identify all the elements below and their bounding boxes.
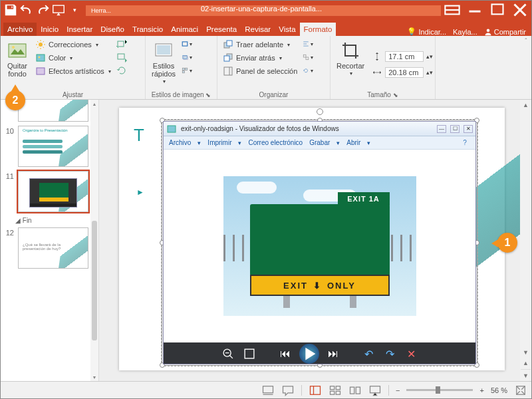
- save-icon[interactable]: [3, 3, 18, 17]
- height-icon: [372, 51, 382, 62]
- svg-rect-26: [306, 57, 309, 60]
- normal-view-icon[interactable]: [309, 384, 322, 396]
- slide-thumbnail[interactable]: ¿Qué se llevará de la presentación de ho…: [18, 227, 88, 269]
- change-picture-icon[interactable]: [116, 52, 127, 63]
- width-field[interactable]: 20.18 cm▴▾: [370, 66, 434, 78]
- road-sign: [250, 204, 390, 276]
- send-backward-button[interactable]: Enviar atrás▾: [221, 52, 299, 64]
- slide-thumbnail[interactable]: Organiza tu Presentación: [18, 126, 88, 167]
- titlebar: ▾ 02-insertar-una-captura-de-pantalla...…: [1, 1, 531, 19]
- reading-view-icon[interactable]: [348, 384, 362, 396]
- tab-slideshow[interactable]: Presenta: [202, 23, 241, 36]
- picture-layout-icon[interactable]: ▾: [182, 65, 192, 76]
- zoom-out-button[interactable]: −: [396, 386, 400, 394]
- fit-window-icon[interactable]: [514, 384, 527, 396]
- inserted-screenshot[interactable]: exit-only-roadsign - Visualizador de fot…: [163, 121, 476, 364]
- start-slideshow-icon[interactable]: [51, 3, 66, 17]
- artistic-effects-button[interactable]: Efectos artísticos▾: [34, 65, 112, 77]
- corrections-button[interactable]: Correcciones▾: [34, 39, 112, 51]
- tab-design[interactable]: Diseño: [96, 23, 128, 36]
- minimize-icon[interactable]: [464, 1, 486, 19]
- quick-styles-button[interactable]: Estilos rápidos▾: [150, 39, 178, 90]
- prev-icon: ⏮: [278, 346, 293, 361]
- ribbon: Quitar fondo Correcciones▾ Color▾ Efecto…: [1, 36, 531, 100]
- svg-rect-25: [304, 55, 307, 57]
- photoviewer-titlebar: exit-only-roadsign - Visualizador de fot…: [164, 122, 475, 136]
- comments-button[interactable]: [281, 384, 295, 396]
- svg-rect-11: [118, 54, 124, 59]
- compress-icon[interactable]: [116, 39, 127, 49]
- quick-styles-icon: [153, 40, 174, 61]
- thumbnails-scrollbar[interactable]: ▲▼: [90, 100, 98, 381]
- height-field[interactable]: 17.1 cm▴▾: [370, 51, 434, 63]
- svg-rect-10: [118, 41, 124, 47]
- picture-border-icon[interactable]: ▾: [182, 39, 192, 49]
- svg-point-8: [39, 57, 41, 59]
- pv-maximize-icon: ☐: [450, 125, 460, 133]
- svg-rect-35: [336, 391, 340, 394]
- vertical-scrollbar[interactable]: ▲▼▲▼: [520, 100, 531, 381]
- svg-rect-30: [263, 386, 273, 392]
- svg-rect-7: [37, 55, 45, 61]
- align-icon[interactable]: ▾: [303, 39, 313, 49]
- bring-forward-button[interactable]: Traer adelante▾: [221, 39, 299, 51]
- pv-minimize-icon: —: [437, 125, 446, 133]
- share-button[interactable]: Compartir: [484, 28, 526, 36]
- tab-animations[interactable]: Animaci: [167, 23, 202, 36]
- sorter-view-icon[interactable]: [329, 384, 342, 396]
- svg-rect-9: [37, 68, 45, 74]
- svg-rect-23: [224, 56, 229, 61]
- help-icon: ?: [460, 138, 470, 148]
- group-icon[interactable]: ▾: [303, 52, 313, 63]
- crop-icon: [340, 40, 361, 61]
- svg-rect-24: [224, 67, 232, 75]
- slide-thumbnail-selected[interactable]: [18, 171, 88, 212]
- svg-rect-17: [182, 68, 184, 70]
- pv-close-icon: ✕: [464, 125, 473, 133]
- collapse-ribbon-icon[interactable]: ˆ: [521, 36, 531, 99]
- tab-view[interactable]: Vista: [275, 23, 299, 36]
- section-header[interactable]: ◢ Fin: [1, 214, 98, 225]
- svg-rect-18: [186, 68, 188, 70]
- slide-title: T: [134, 125, 144, 146]
- rotate-handle[interactable]: [317, 108, 323, 115]
- next-icon: ⏭: [326, 346, 340, 361]
- slide-canvas[interactable]: T ► exit-only-roadsign - Visualizador de…: [99, 100, 531, 381]
- zoom-slider[interactable]: [406, 389, 473, 391]
- selection-pane-button[interactable]: Panel de selección: [221, 65, 299, 77]
- tab-review[interactable]: Revisar: [241, 23, 275, 36]
- rotate-ccw-icon: ↶: [362, 346, 376, 361]
- tab-home[interactable]: Inicio: [37, 23, 63, 36]
- color-button[interactable]: Color▾: [34, 52, 112, 64]
- close-icon[interactable]: [509, 1, 531, 19]
- tell-me[interactable]: 💡Indicar...: [407, 27, 446, 36]
- reset-picture-icon[interactable]: [116, 65, 127, 76]
- zoom-level[interactable]: 56 %: [491, 386, 507, 394]
- photoviewer-toolbar: ⏮ ⏭ ↶ ↷ ✕: [164, 342, 475, 364]
- rotate-cw-icon: ↷: [383, 346, 398, 361]
- undo-icon[interactable]: [19, 3, 34, 17]
- zoom-in-button[interactable]: +: [479, 386, 483, 394]
- lightbulb-icon: 💡: [407, 27, 416, 36]
- tab-format[interactable]: Formato: [300, 23, 336, 36]
- tab-insert[interactable]: Insertar: [63, 23, 96, 36]
- svg-rect-14: [182, 42, 188, 46]
- qat-customize-icon[interactable]: ▾: [67, 3, 82, 17]
- statusbar: − + 56 %: [1, 381, 531, 398]
- notes-button[interactable]: [261, 384, 275, 396]
- crop-button[interactable]: Recortar▾: [334, 39, 366, 90]
- slideshow-view-icon[interactable]: [368, 384, 382, 396]
- remove-background-button[interactable]: Quitar fondo: [5, 39, 30, 90]
- tab-file[interactable]: Archivo: [3, 23, 37, 36]
- group-label-adjust: Ajustar: [5, 90, 141, 98]
- maximize-icon[interactable]: [486, 1, 509, 19]
- ribbon-options-icon[interactable]: [441, 1, 464, 19]
- color-icon: [35, 53, 46, 63]
- svg-rect-29: [245, 349, 254, 358]
- picture-effects-icon[interactable]: ▾: [182, 52, 192, 63]
- redo-icon[interactable]: [35, 3, 50, 17]
- rotate-icon[interactable]: ▾: [303, 65, 313, 76]
- user-label[interactable]: Kayla...: [453, 28, 477, 36]
- tab-transitions[interactable]: Transicio: [128, 23, 167, 36]
- slide-thumbnail[interactable]: Elige tu Tema: [18, 100, 88, 122]
